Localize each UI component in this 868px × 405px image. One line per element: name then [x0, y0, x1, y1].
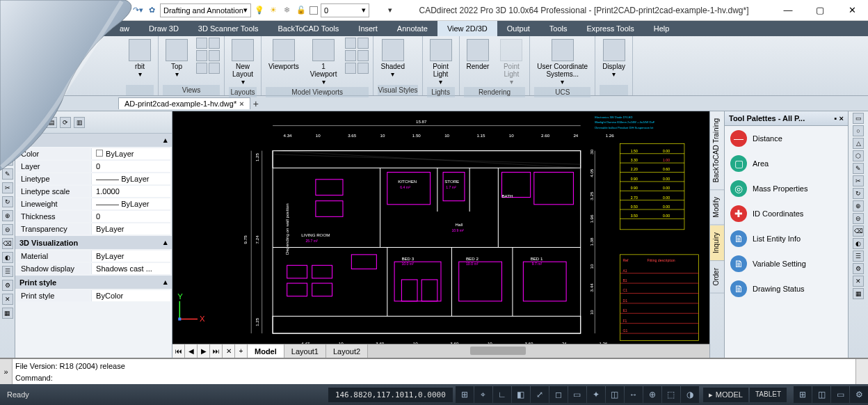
toolbar-icon[interactable]: ⬡: [2, 154, 13, 166]
menu-aw[interactable]: aw: [110, 21, 139, 36]
status-toggle[interactable]: ↔: [625, 386, 643, 403]
toolbar-icon[interactable]: ✂: [2, 182, 13, 193]
prop-value[interactable]: 0: [91, 211, 170, 222]
workspace-dropdown[interactable]: Drafting and Annotation▾: [160, 3, 251, 17]
ribbon-1-button[interactable]: 1Viewport▾: [307, 38, 340, 87]
toolbar-icon[interactable]: ⌫: [2, 238, 13, 249]
tab-add-button[interactable]: ✕: [223, 344, 235, 358]
status-icon[interactable]: ⚙: [850, 386, 868, 403]
menu-help[interactable]: Help: [644, 21, 680, 36]
props-icon[interactable]: ▦: [18, 117, 29, 128]
ribbon-new-button[interactable]: NewLayout▾: [229, 38, 257, 87]
toolbar-icon[interactable]: ◐: [853, 238, 864, 249]
prop-value[interactable]: ByColor: [91, 290, 170, 301]
sidetab-inquiry[interactable]: Inquiry: [710, 225, 724, 261]
status-icon[interactable]: ⊞: [794, 386, 812, 403]
hscrollbar[interactable]: [368, 344, 709, 358]
menu-3d-scanner-tools[interactable]: 3D Scanner Tools: [188, 21, 268, 36]
props-icon[interactable]: ▥: [74, 117, 85, 128]
tab-add-button[interactable]: +: [235, 344, 248, 358]
ribbon-small-icon[interactable]: [345, 63, 356, 74]
toolbar-icon[interactable]: ▭: [853, 113, 864, 124]
minimize-button[interactable]: —: [772, 0, 804, 21]
toolbar-icon[interactable]: ✕: [2, 294, 13, 305]
toolbar-icon[interactable]: ✂: [853, 175, 864, 186]
palette-close-icon[interactable]: ▪ ×: [835, 114, 844, 122]
status-toggle[interactable]: ∟: [493, 386, 511, 403]
ribbon-small-icon[interactable]: [196, 50, 207, 61]
toolbar-icon[interactable]: ⌫: [853, 225, 864, 237]
gear-icon[interactable]: ✿: [146, 5, 157, 16]
close-button[interactable]: ✕: [836, 0, 868, 21]
status-icon[interactable]: ▭: [831, 386, 849, 403]
status-toggle[interactable]: ▭: [568, 386, 586, 403]
prop-value[interactable]: 1.0000: [91, 186, 170, 197]
command-text[interactable]: File Version: R18 (2004) release Command…: [13, 359, 855, 384]
toolbar-icon[interactable]: △: [853, 138, 864, 149]
toolbar-icon[interactable]: ⚙: [853, 263, 864, 274]
ribbon-small-icon[interactable]: [345, 50, 356, 61]
toolbar-icon[interactable]: ✎: [2, 168, 13, 180]
status-toggle[interactable]: ⬚: [662, 386, 680, 403]
ribbon-top-button[interactable]: Top▾: [163, 38, 191, 79]
bulb-icon[interactable]: 💡: [254, 5, 265, 16]
command-expand-button[interactable]: »: [0, 359, 13, 384]
status-toggle[interactable]: ⤢: [531, 386, 549, 403]
tab-last-button[interactable]: ⏭: [210, 344, 223, 358]
status-toggle[interactable]: ◑: [681, 386, 699, 403]
layer-dropdown[interactable]: 0▾: [321, 3, 369, 17]
menu-draw-3d[interactable]: Draw 3D: [139, 21, 188, 36]
ribbon-point-button[interactable]: PointLight▾: [427, 38, 455, 87]
sidetab-backtocad-training[interactable]: BackToCAD Training: [710, 111, 724, 190]
ribbon-small-icon[interactable]: [196, 63, 207, 74]
status-icon[interactable]: ◫: [812, 386, 830, 403]
menu-annotate[interactable]: Annotate: [387, 21, 437, 36]
props-section-header[interactable]: Print style▴: [15, 276, 172, 289]
palette-item-area[interactable]: ▢Area: [725, 151, 848, 176]
ribbon-shaded-button[interactable]: Shaded▾: [378, 38, 407, 79]
layout-tab-model[interactable]: Model: [248, 344, 284, 358]
layout-tab-layout2[interactable]: Layout2: [326, 344, 368, 358]
palette-item-variable-setting[interactable]: 🗎Variable Setting: [725, 251, 848, 276]
toolbar-icon[interactable]: ✎: [853, 163, 864, 174]
status-toggle[interactable]: ◫: [606, 386, 624, 403]
tab-next-button[interactable]: ▶: [198, 344, 210, 358]
sidetab-order[interactable]: Order: [710, 261, 724, 294]
props-icon[interactable]: ☰: [32, 117, 43, 128]
toolbar-icon[interactable]: ◐: [2, 252, 13, 263]
prop-value[interactable]: ByLayer: [91, 251, 170, 262]
sidetab-modify[interactable]: Modify: [710, 190, 724, 225]
redo-icon[interactable]: ↷▾: [132, 5, 143, 16]
toolbar-icon[interactable]: △: [2, 141, 13, 152]
status-toggle[interactable]: ⊞: [456, 386, 474, 403]
document-tab[interactable]: AD-print2cad-example-1-hv.dwg* ×: [118, 97, 250, 109]
add-tab-button[interactable]: +: [253, 98, 259, 109]
menu-output[interactable]: Output: [497, 21, 540, 36]
model-canvas[interactable]: KITCHEN6.4 m² STORE1.7 m² BATH LIVING RO…: [172, 111, 709, 344]
ribbon-render-button[interactable]: Render: [464, 38, 492, 72]
props-icon[interactable]: ▤: [46, 117, 57, 128]
props-section-header[interactable]: 3D Visualization▴: [15, 236, 172, 249]
ribbon-small-icon[interactable]: [357, 50, 369, 61]
toolbar-icon[interactable]: ↻: [853, 188, 864, 199]
maximize-button[interactable]: ▢: [804, 0, 836, 21]
menu-tools[interactable]: Tools: [540, 21, 577, 36]
status-toggle[interactable]: ⊕: [643, 386, 661, 403]
palette-item-list-entity-info[interactable]: 🗎List Entity Info: [725, 226, 848, 251]
status-toggle[interactable]: ⌖: [474, 386, 492, 403]
toolbar-icon[interactable]: ▭: [2, 113, 13, 124]
prop-value[interactable]: ByLayer: [91, 148, 170, 159]
layout-tab-layout1[interactable]: Layout1: [284, 344, 326, 358]
ribbon-small-icon[interactable]: [357, 38, 369, 49]
toolbar-icon[interactable]: ▦: [853, 288, 864, 299]
toolbar-icon[interactable]: ☰: [853, 251, 864, 262]
menu-insert[interactable]: Insert: [348, 21, 387, 36]
status-toggle[interactable]: ✦: [587, 386, 605, 403]
menu-backtocad-tools[interactable]: BackToCAD Tools: [268, 21, 348, 36]
tablet-toggle[interactable]: TABLET: [750, 388, 787, 402]
undo-icon[interactable]: ↶▾: [118, 5, 129, 16]
prop-value[interactable]: ——— ByLayer: [91, 198, 170, 209]
toolbar-icon[interactable]: ⚙: [2, 280, 13, 291]
sun-icon[interactable]: ☀: [268, 5, 279, 16]
toolbar-icon[interactable]: ○: [853, 125, 864, 136]
